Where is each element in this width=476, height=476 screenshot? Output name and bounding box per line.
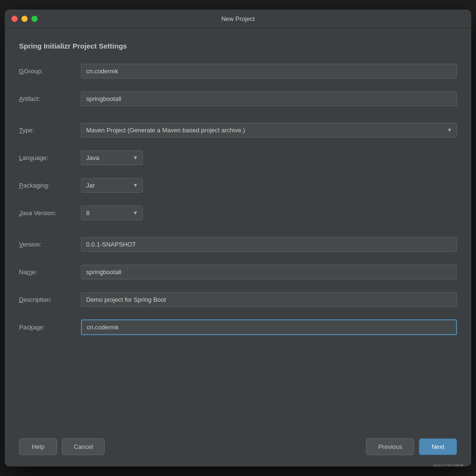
packaging-select[interactable]: Jar War: [81, 178, 143, 193]
artifact-row: Artifact:: [19, 89, 457, 108]
artifact-input[interactable]: [81, 91, 457, 106]
title-bar: New Project: [5, 10, 471, 29]
packaging-row: Packaging: Jar War ▼: [19, 176, 457, 195]
minimize-button[interactable]: [21, 16, 28, 22]
java-version-select[interactable]: 8 11 17: [81, 206, 143, 220]
group-input[interactable]: [81, 64, 457, 79]
traffic-lights: [11, 16, 38, 22]
watermark: @51CTO博客: [432, 463, 465, 466]
type-select[interactable]: Maven Project (Generate a Maven based pr…: [81, 123, 457, 138]
type-row: Type: Maven Project (Generate a Maven ba…: [19, 120, 457, 139]
version-label: Version:: [19, 241, 81, 248]
section-title: Spring Initializr Project Settings: [19, 42, 457, 50]
description-label: Description:: [19, 296, 81, 303]
language-label: Language:: [19, 154, 81, 161]
footer-left-buttons: Help Cancel: [19, 438, 105, 455]
packaging-select-wrapper: Jar War ▼: [81, 178, 143, 193]
window-title: New Project: [221, 15, 255, 22]
packaging-label: Packaging:: [19, 182, 81, 189]
group-label: GGroup:: [19, 68, 81, 75]
package-row: Package:: [19, 317, 457, 337]
footer-right-buttons: Previous Next: [366, 438, 457, 455]
language-row: Language: Java Kotlin Groovy ▼: [19, 148, 457, 167]
dialog-footer: Help Cancel Previous Next: [5, 430, 471, 466]
group-row: GGroup:: [19, 61, 457, 80]
dialog-content: Spring Initializr Project Settings GGrou…: [5, 29, 471, 430]
help-button[interactable]: Help: [19, 438, 57, 455]
package-label: Package:: [19, 324, 81, 331]
package-input[interactable]: [81, 319, 457, 335]
artifact-label: Artifact:: [19, 95, 81, 102]
name-input[interactable]: [81, 265, 457, 279]
maximize-button[interactable]: [31, 16, 38, 22]
language-select-wrapper: Java Kotlin Groovy ▼: [81, 150, 143, 165]
version-row: Version:: [19, 235, 457, 254]
new-project-dialog: New Project Spring Initializr Project Se…: [5, 10, 471, 466]
name-row: Name:: [19, 262, 457, 281]
language-select[interactable]: Java Kotlin Groovy: [81, 150, 143, 165]
version-input[interactable]: [81, 237, 457, 252]
type-label: Type:: [19, 127, 81, 134]
close-button[interactable]: [11, 16, 18, 22]
java-version-label: Java Version:: [19, 209, 81, 217]
name-label: Name:: [19, 268, 81, 276]
cancel-button[interactable]: Cancel: [62, 438, 105, 455]
next-button[interactable]: Next: [419, 438, 457, 455]
description-row: Description:: [19, 290, 457, 309]
form-grid: GGroup: Artifact: Type: Ma: [19, 61, 457, 420]
previous-button[interactable]: Previous: [366, 438, 414, 455]
type-select-wrapper: Maven Project (Generate a Maven based pr…: [81, 123, 457, 138]
java-version-select-wrapper: 8 11 17 ▼: [81, 206, 143, 220]
description-input[interactable]: [81, 292, 457, 307]
java-version-row: Java Version: 8 11 17 ▼: [19, 203, 457, 222]
